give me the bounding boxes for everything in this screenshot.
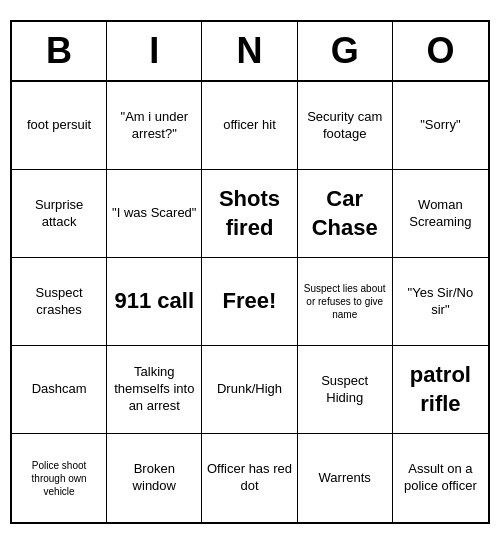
bingo-cell[interactable]: "Yes Sir/No sir" bbox=[393, 258, 488, 346]
bingo-cell[interactable]: Security cam footage bbox=[298, 82, 393, 170]
bingo-cell[interactable]: Suspect Hiding bbox=[298, 346, 393, 434]
bingo-cell[interactable]: patrol rifle bbox=[393, 346, 488, 434]
bingo-cell[interactable]: 911 call bbox=[107, 258, 202, 346]
bingo-grid: foot persuit"Am i under arrest?"officer … bbox=[12, 82, 488, 522]
header-letter: I bbox=[107, 22, 202, 80]
bingo-cell[interactable]: Surprise attack bbox=[12, 170, 107, 258]
bingo-cell[interactable]: Car Chase bbox=[298, 170, 393, 258]
bingo-header: BINGO bbox=[12, 22, 488, 82]
header-letter: G bbox=[298, 22, 393, 80]
bingo-cell[interactable]: Suspect lies about or refuses to give na… bbox=[298, 258, 393, 346]
bingo-cell[interactable]: Shots fired bbox=[202, 170, 297, 258]
header-letter: O bbox=[393, 22, 488, 80]
bingo-cell[interactable]: officer hit bbox=[202, 82, 297, 170]
bingo-cell[interactable]: Officer has red dot bbox=[202, 434, 297, 522]
bingo-cell[interactable]: Drunk/High bbox=[202, 346, 297, 434]
bingo-cell[interactable]: Broken window bbox=[107, 434, 202, 522]
bingo-cell[interactable]: "Sorry" bbox=[393, 82, 488, 170]
bingo-card: BINGO foot persuit"Am i under arrest?"of… bbox=[10, 20, 490, 524]
bingo-cell[interactable]: Woman Screaming bbox=[393, 170, 488, 258]
bingo-cell[interactable]: Warrents bbox=[298, 434, 393, 522]
header-letter: B bbox=[12, 22, 107, 80]
bingo-cell[interactable]: "I was Scared" bbox=[107, 170, 202, 258]
bingo-cell[interactable]: foot persuit bbox=[12, 82, 107, 170]
bingo-cell[interactable]: "Am i under arrest?" bbox=[107, 82, 202, 170]
header-letter: N bbox=[202, 22, 297, 80]
bingo-cell[interactable]: Dashcam bbox=[12, 346, 107, 434]
bingo-cell[interactable]: Suspect crashes bbox=[12, 258, 107, 346]
bingo-cell[interactable]: Talking themselfs into an arrest bbox=[107, 346, 202, 434]
bingo-cell[interactable]: Police shoot through own vehicle bbox=[12, 434, 107, 522]
bingo-cell[interactable]: Assult on a police officer bbox=[393, 434, 488, 522]
bingo-cell[interactable]: Free! bbox=[202, 258, 297, 346]
